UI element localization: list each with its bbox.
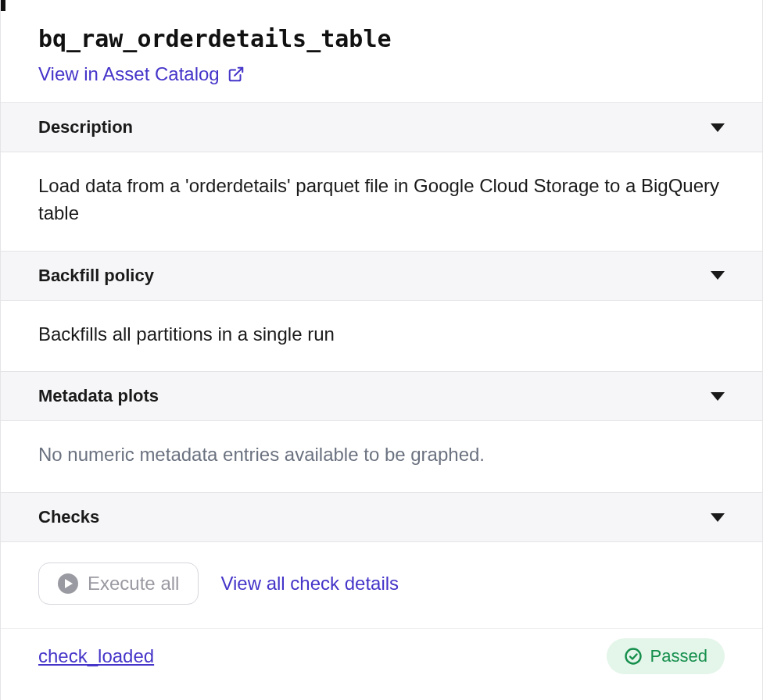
execute-all-label: Execute all [88,573,179,595]
section-title-checks: Checks [38,507,99,527]
caret-down-icon [711,123,725,132]
play-icon [58,573,78,594]
caret-down-icon [711,392,725,401]
asset-title: bq_raw_orderdetails_table [38,25,725,52]
svg-point-1 [625,649,640,664]
section-title-description: Description [38,117,133,138]
section-body-metadata-plots: No numeric metadata entries available to… [1,421,762,492]
section-title-metadata-plots: Metadata plots [38,386,159,406]
section-header-metadata-plots[interactable]: Metadata plots [1,372,762,421]
section-description: Description Load data from a 'orderdetai… [1,102,762,251]
section-header-checks[interactable]: Checks [1,493,762,542]
caret-down-icon [711,513,725,522]
section-metadata-plots: Metadata plots No numeric metadata entri… [1,371,762,492]
external-link-icon [227,66,245,83]
status-label: Passed [650,646,707,666]
section-checks: Checks Execute all View all check detail… [1,492,762,688]
check-row: check_loaded Passed [1,628,762,688]
execute-all-button[interactable]: Execute all [38,562,199,605]
svg-line-0 [235,68,242,76]
view-in-catalog-link[interactable]: View in Asset Catalog [38,63,245,85]
section-body-backfill: Backfills all partitions in a single run [1,301,762,372]
section-title-backfill: Backfill policy [38,266,154,286]
checks-controls: Execute all View all check details [1,542,762,628]
section-body-description: Load data from a 'orderdetails' parquet … [1,152,762,251]
section-backfill-policy: Backfill policy Backfills all partitions… [1,251,762,372]
check-circle-icon [624,647,643,666]
edge-notch [1,0,5,11]
section-header-backfill[interactable]: Backfill policy [1,252,762,301]
status-badge: Passed [607,638,725,674]
check-name-link[interactable]: check_loaded [38,645,154,667]
asset-detail-panel: bq_raw_orderdetails_table View in Asset … [0,0,763,700]
panel-header: bq_raw_orderdetails_table View in Asset … [1,0,762,102]
view-all-check-details-link[interactable]: View all check details [220,573,399,595]
section-header-description[interactable]: Description [1,103,762,152]
view-in-catalog-label: View in Asset Catalog [38,63,220,85]
caret-down-icon [711,271,725,280]
